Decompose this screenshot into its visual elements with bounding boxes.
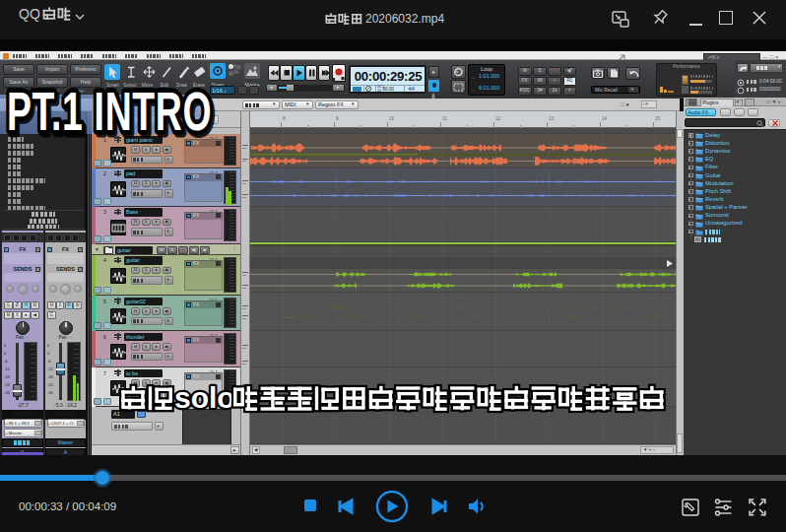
svg-text:solo: solo [174,381,235,414]
